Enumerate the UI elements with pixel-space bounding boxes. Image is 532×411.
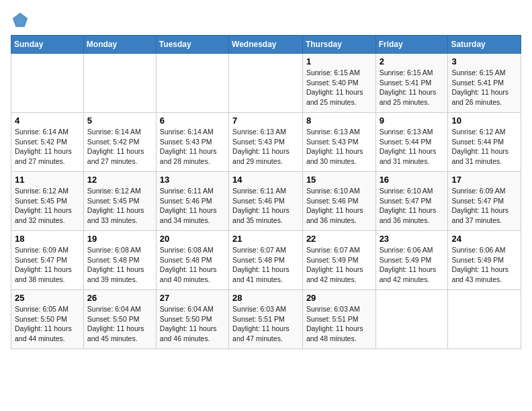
day-info: Sunrise: 6:03 AMSunset: 5:51 PMDaylight:… [232,304,299,344]
day-number: 21 [232,234,299,244]
day-number: 22 [306,234,372,244]
calendar-cell: 26Sunrise: 6:04 AMSunset: 5:50 PMDayligh… [83,290,156,349]
calendar-cell: 13Sunrise: 6:11 AMSunset: 5:46 PMDayligh… [156,172,228,231]
calendar-cell: 22Sunrise: 6:07 AMSunset: 5:49 PMDayligh… [302,231,375,290]
day-number: 2 [380,56,445,66]
day-info: Sunrise: 6:15 AMSunset: 5:40 PMDaylight:… [306,68,372,107]
col-header-friday: Friday [375,36,448,54]
day-info: Sunrise: 6:11 AMSunset: 5:46 PMDaylight:… [160,186,225,226]
calendar-cell: 20Sunrise: 6:08 AMSunset: 5:48 PMDayligh… [156,231,228,290]
day-info: Sunrise: 6:10 AMSunset: 5:47 PMDaylight:… [380,186,445,226]
day-info: Sunrise: 6:13 AMSunset: 5:43 PMDaylight:… [306,127,372,167]
day-number: 15 [306,175,372,185]
calendar-cell: 24Sunrise: 6:06 AMSunset: 5:49 PMDayligh… [448,231,521,290]
day-info: Sunrise: 6:07 AMSunset: 5:49 PMDaylight:… [306,245,372,285]
calendar-cell: 6Sunrise: 6:14 AMSunset: 5:43 PMDaylight… [156,113,228,172]
day-number: 11 [15,175,80,185]
day-info: Sunrise: 6:13 AMSunset: 5:44 PMDaylight:… [380,127,445,167]
col-header-thursday: Thursday [302,36,375,54]
calendar-cell: 29Sunrise: 6:03 AMSunset: 5:51 PMDayligh… [302,290,375,349]
day-info: Sunrise: 6:04 AMSunset: 5:50 PMDaylight:… [160,304,225,344]
day-number: 27 [160,293,225,303]
calendar-cell: 1Sunrise: 6:15 AMSunset: 5:40 PMDaylight… [302,54,375,113]
calendar-cell: 12Sunrise: 6:12 AMSunset: 5:45 PMDayligh… [83,172,156,231]
calendar-cell [375,290,448,349]
calendar-cell [156,54,228,113]
col-header-wednesday: Wednesday [229,36,303,54]
day-info: Sunrise: 6:13 AMSunset: 5:43 PMDaylight:… [232,127,299,167]
day-number: 10 [451,116,517,126]
calendar-cell: 7Sunrise: 6:13 AMSunset: 5:43 PMDaylight… [229,113,303,172]
day-number: 18 [15,234,80,244]
calendar-cell: 14Sunrise: 6:11 AMSunset: 5:46 PMDayligh… [229,172,303,231]
day-info: Sunrise: 6:10 AMSunset: 5:46 PMDaylight:… [306,186,372,226]
day-info: Sunrise: 6:15 AMSunset: 5:41 PMDaylight:… [451,68,517,107]
calendar-cell: 17Sunrise: 6:09 AMSunset: 5:47 PMDayligh… [448,172,521,231]
day-info: Sunrise: 6:06 AMSunset: 5:49 PMDaylight:… [380,245,445,285]
calendar-cell: 18Sunrise: 6:09 AMSunset: 5:47 PMDayligh… [11,231,84,290]
day-info: Sunrise: 6:04 AMSunset: 5:50 PMDaylight:… [87,304,152,344]
calendar-cell: 19Sunrise: 6:08 AMSunset: 5:48 PMDayligh… [83,231,156,290]
day-number: 13 [160,175,225,185]
day-number: 24 [451,234,517,244]
calendar-cell: 8Sunrise: 6:13 AMSunset: 5:43 PMDaylight… [302,113,375,172]
day-number: 12 [87,175,152,185]
calendar-cell: 15Sunrise: 6:10 AMSunset: 5:46 PMDayligh… [302,172,375,231]
calendar-cell [229,54,303,113]
day-number: 16 [380,175,445,185]
col-header-sunday: Sunday [11,36,84,54]
day-number: 29 [306,293,372,303]
day-number: 25 [15,293,80,303]
day-info: Sunrise: 6:08 AMSunset: 5:48 PMDaylight:… [160,245,225,285]
col-header-saturday: Saturday [448,36,521,54]
day-info: Sunrise: 6:14 AMSunset: 5:42 PMDaylight:… [87,127,152,167]
day-number: 7 [232,116,299,126]
day-number: 3 [451,56,517,66]
col-header-monday: Monday [83,36,156,54]
day-info: Sunrise: 6:14 AMSunset: 5:42 PMDaylight:… [15,127,80,167]
day-info: Sunrise: 6:15 AMSunset: 5:41 PMDaylight:… [380,68,445,107]
calendar-header-row: SundayMondayTuesdayWednesdayThursdayFrid… [11,36,521,54]
page-header [11,11,521,30]
day-number: 5 [87,116,152,126]
calendar-cell: 11Sunrise: 6:12 AMSunset: 5:45 PMDayligh… [11,172,84,231]
day-info: Sunrise: 6:11 AMSunset: 5:46 PMDaylight:… [232,186,299,226]
day-number: 8 [306,116,372,126]
calendar-cell: 10Sunrise: 6:12 AMSunset: 5:44 PMDayligh… [448,113,521,172]
calendar-cell [448,290,521,349]
calendar-cell: 28Sunrise: 6:03 AMSunset: 5:51 PMDayligh… [229,290,303,349]
calendar-cell: 5Sunrise: 6:14 AMSunset: 5:42 PMDaylight… [83,113,156,172]
day-number: 19 [87,234,152,244]
day-info: Sunrise: 6:08 AMSunset: 5:48 PMDaylight:… [87,245,152,285]
calendar-week-row: 18Sunrise: 6:09 AMSunset: 5:47 PMDayligh… [11,231,521,290]
day-number: 1 [306,56,372,66]
day-number: 23 [380,234,445,244]
calendar-cell: 9Sunrise: 6:13 AMSunset: 5:44 PMDaylight… [375,113,448,172]
calendar-cell: 2Sunrise: 6:15 AMSunset: 5:41 PMDaylight… [375,54,448,113]
day-info: Sunrise: 6:12 AMSunset: 5:45 PMDaylight:… [15,186,80,226]
calendar-cell: 3Sunrise: 6:15 AMSunset: 5:41 PMDaylight… [448,54,521,113]
day-number: 4 [15,116,80,126]
calendar-cell: 4Sunrise: 6:14 AMSunset: 5:42 PMDaylight… [11,113,84,172]
day-info: Sunrise: 6:12 AMSunset: 5:45 PMDaylight:… [87,186,152,226]
calendar-cell: 25Sunrise: 6:05 AMSunset: 5:50 PMDayligh… [11,290,84,349]
day-info: Sunrise: 6:03 AMSunset: 5:51 PMDaylight:… [306,304,372,344]
day-info: Sunrise: 6:06 AMSunset: 5:49 PMDaylight:… [451,245,517,285]
day-number: 14 [232,175,299,185]
calendar-table: SundayMondayTuesdayWednesdayThursdayFrid… [11,35,521,349]
day-number: 20 [160,234,225,244]
logo-icon [11,11,30,30]
day-info: Sunrise: 6:09 AMSunset: 5:47 PMDaylight:… [15,245,80,285]
calendar-cell: 23Sunrise: 6:06 AMSunset: 5:49 PMDayligh… [375,231,448,290]
logo [11,11,32,30]
day-number: 26 [87,293,152,303]
calendar-week-row: 4Sunrise: 6:14 AMSunset: 5:42 PMDaylight… [11,113,521,172]
day-info: Sunrise: 6:09 AMSunset: 5:47 PMDaylight:… [451,186,517,226]
col-header-tuesday: Tuesday [156,36,228,54]
day-info: Sunrise: 6:12 AMSunset: 5:44 PMDaylight:… [451,127,517,167]
day-info: Sunrise: 6:07 AMSunset: 5:48 PMDaylight:… [232,245,299,285]
calendar-cell [11,54,84,113]
day-number: 9 [380,116,445,126]
calendar-cell: 21Sunrise: 6:07 AMSunset: 5:48 PMDayligh… [229,231,303,290]
day-info: Sunrise: 6:05 AMSunset: 5:50 PMDaylight:… [15,304,80,344]
